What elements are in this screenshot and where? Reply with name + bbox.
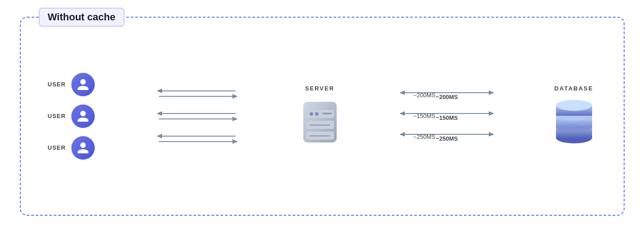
user-label-1: USER — [48, 81, 66, 88]
svg-marker-11 — [232, 139, 238, 144]
svg-text:~150MS: ~150MS — [436, 114, 458, 121]
svg-point-17 — [310, 112, 313, 116]
svg-marker-5 — [157, 111, 162, 116]
person-icon-2 — [76, 109, 90, 123]
arrow-row-2 — [152, 110, 242, 123]
diagram-content: USER USER USER — [21, 18, 624, 215]
arrow-row-1 — [152, 87, 242, 100]
user-label-3: USER — [48, 144, 66, 151]
svg-marker-3 — [232, 94, 238, 99]
arrow-row-3 — [152, 133, 242, 145]
user-avatar-1 — [71, 73, 95, 96]
svg-marker-24 — [489, 90, 494, 95]
server-icon — [300, 97, 340, 147]
database-column: DATABASE — [551, 85, 597, 147]
db-timing-label-3: ~250MS — [411, 133, 438, 140]
arrow-svg-2 — [152, 110, 242, 123]
db-arrow-row-1: ~200MS ~200MS — [397, 89, 496, 102]
database-label: DATABASE — [554, 85, 593, 92]
server-column: SERVER — [297, 85, 343, 147]
svg-marker-31 — [399, 132, 405, 137]
db-arrow-row-3: ~250MS ~250MS — [397, 131, 496, 143]
db-arrow-row-2: ~150MS ~150MS — [397, 110, 496, 123]
user-avatar-2 — [71, 104, 95, 128]
diagram-title: Without cache — [48, 11, 116, 23]
svg-marker-23 — [399, 90, 405, 95]
svg-rect-19 — [322, 113, 332, 114]
arrow-svg-3 — [152, 133, 242, 145]
person-icon-3 — [76, 141, 90, 155]
user-row-1: USER — [48, 73, 95, 96]
user-server-arrows — [152, 87, 242, 145]
svg-marker-7 — [232, 117, 238, 121]
arrow-svg-1 — [152, 87, 242, 100]
user-row-2: USER — [48, 104, 95, 128]
users-column: USER USER USER — [48, 73, 97, 160]
svg-point-18 — [315, 112, 319, 116]
svg-marker-9 — [157, 134, 162, 138]
svg-text:~200MS: ~200MS — [436, 94, 458, 100]
db-timing-label-1: ~200MS — [411, 92, 438, 99]
svg-rect-20 — [310, 124, 330, 126]
svg-text:~250MS: ~250MS — [436, 135, 458, 142]
svg-marker-32 — [489, 132, 494, 137]
user-row-3: USER — [48, 136, 95, 160]
svg-marker-28 — [489, 111, 494, 116]
svg-point-42 — [556, 100, 592, 111]
diagram-container: Without cache USER USER USER — [20, 17, 625, 216]
svg-marker-1 — [157, 89, 162, 93]
db-timing-label-2: ~150MS — [411, 113, 438, 119]
server-label: SERVER — [305, 85, 334, 92]
user-label-2: USER — [48, 113, 66, 119]
person-icon-1 — [76, 78, 90, 91]
title-badge: Without cache — [39, 8, 125, 27]
user-avatar-3 — [71, 136, 95, 160]
svg-rect-21 — [310, 135, 330, 137]
server-db-arrows: ~200MS ~200MS ~150MS ~150MS ~250MS ~250M… — [397, 89, 496, 143]
svg-marker-27 — [399, 111, 405, 116]
database-icon — [551, 97, 597, 147]
